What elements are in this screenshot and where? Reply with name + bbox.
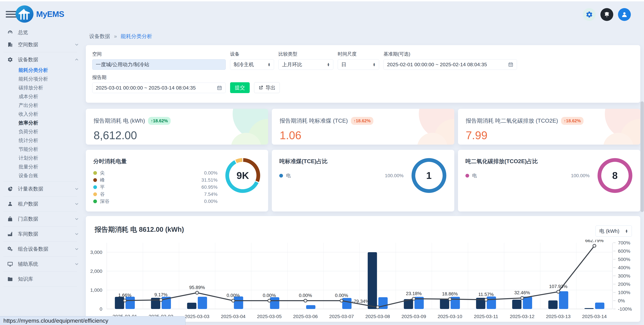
sidebar-subitem-output[interactable]: 产出分析	[0, 101, 86, 110]
filter-panel: 空间 一度城/公用动力/制冷站 设备 制冷主机 ▲▼ 比较类型 上月环比 ▲▼ …	[86, 45, 640, 103]
legend-percent: 31.51%	[202, 177, 218, 183]
sidebar-subitem-statistics[interactable]: 统计分析	[0, 136, 86, 145]
sidebar-item-equipment-data[interactable]: 设备数据	[0, 54, 86, 66]
sidebar-item-shopfloor-data[interactable]: 车间数据	[0, 228, 86, 240]
sidebar-item-label: 空间数据	[18, 41, 38, 48]
sidebar-item-auxiliary-system[interactable]: 辅助系统	[0, 258, 86, 270]
svg-text:500%: 500%	[618, 256, 630, 262]
tce-share-card: 吨标准煤(TCE)占比 电100.00% 1	[272, 150, 454, 212]
legend-item: 电100.00%	[466, 172, 590, 179]
stat-cards-row: 报告期消耗 电 (kWh) ↑18.62% 8,612.00 报告期消耗 吨标准…	[86, 109, 640, 144]
svg-text:0.00%: 0.00%	[226, 293, 240, 298]
svg-text:1: 1	[426, 170, 432, 181]
legend-item: 深谷0.00%	[93, 198, 218, 205]
breadcrumb-current[interactable]: 能耗分类分析	[121, 33, 152, 39]
tce-donut-chart: 1	[410, 156, 448, 194]
sidebar-subitem-energy-item[interactable]: 能耗分项分析	[0, 74, 86, 83]
sidebar-item-combined-equipment-data[interactable]: 组合设备数据	[0, 243, 86, 255]
bar-line-chart: 01,0002,0003,000-100%0%100%200%300%400%5…	[88, 240, 638, 321]
legend-dot	[93, 185, 97, 189]
sidebar-subitem-plan[interactable]: 计划分析	[0, 154, 86, 162]
space-input[interactable]: 一度城/公用动力/制冷站	[92, 59, 226, 70]
base-period-value: 2025-02-01 00:00:00 ~ 2025-02-14 08:04:3…	[387, 62, 487, 68]
trend-up-badge: ↑18.62%	[561, 117, 584, 125]
svg-text:2025-03-13: 2025-03-13	[546, 314, 571, 319]
breadcrumb-separator: »	[114, 33, 117, 39]
sidebar-subitem-ledger[interactable]: 设备台账	[0, 171, 86, 180]
sidebar-item-overview[interactable]: 总览	[0, 26, 86, 38]
sidebar-item-store-data[interactable]: 门店数据	[0, 213, 86, 225]
vertical-scrollbar[interactable]	[640, 101, 644, 212]
svg-text:0.00%: 0.00%	[263, 293, 276, 298]
stat-card-electricity: 报告期消耗 电 (kWh) ↑18.62% 8,612.00	[86, 109, 268, 144]
breadcrumb: 设备数据 » 能耗分类分析	[89, 33, 152, 40]
base-period-input[interactable]: 2025-02-01 00:00:00 ~ 2025-02-14 08:04:3…	[384, 59, 517, 70]
legend-dot	[93, 171, 97, 175]
sidebar-subitem-load[interactable]: 负荷分析	[0, 127, 86, 136]
sidebar-subitem-carbon[interactable]: 碳排放分析	[0, 83, 86, 92]
period-type-value: 日	[341, 61, 346, 68]
space-label: 空间	[92, 51, 226, 57]
stat-card-value: 7.99	[466, 129, 632, 142]
svg-text:2025-03-09: 2025-03-09	[402, 314, 426, 319]
svg-text:9.17%: 9.17%	[154, 292, 168, 297]
svg-text:2025-03-06: 2025-03-06	[293, 314, 318, 319]
sidebar-item-label: 车间数据	[18, 230, 38, 238]
legend-dot	[93, 192, 97, 196]
sidebar-item-label: 设备数据	[18, 56, 38, 63]
tou-consumption-card: 分时消耗电量 尖0.00% 峰31.51% 平60.95% 谷7.54% 深谷0…	[86, 150, 268, 212]
sidebar-item-tenant-data[interactable]: 租户数据	[0, 198, 86, 210]
sidebar-item-label: 组合设备数据	[18, 246, 48, 252]
sidebar-subitem-energy-category[interactable]: 能耗分类分析	[0, 66, 86, 74]
chevron-down-icon	[74, 246, 79, 251]
svg-text:300%: 300%	[618, 273, 630, 278]
comparison-select[interactable]: 上月环比 ▲▼	[278, 59, 333, 70]
sidebar-item-label: 辅助系统	[18, 261, 38, 268]
legend-percent: 7.54%	[204, 192, 218, 197]
equipment-select[interactable]: 制冷主机 ▲▼	[230, 59, 274, 70]
submit-button[interactable]: 提交	[230, 82, 250, 93]
divider	[4, 226, 77, 226]
export-button[interactable]: 导出	[254, 82, 280, 93]
stat-card-title: 报告期消耗 电 (kWh)	[94, 117, 145, 125]
legend-percent: 100.00%	[385, 173, 404, 178]
space-value: 一度城/公用动力/制冷站	[96, 61, 149, 68]
sidebar-item-label: 总览	[18, 29, 28, 36]
settings-gear-icon[interactable]	[583, 8, 596, 21]
sidebar-item-label: 门店数据	[18, 216, 38, 222]
select-arrows-icon: ▲▼	[268, 63, 270, 66]
brand-logo[interactable]: MyEMS	[15, 5, 64, 23]
building-icon	[7, 42, 13, 48]
chevron-down-icon	[74, 216, 79, 221]
report-period-input[interactable]: 2025-03-01 00:00:00 ~ 2025-03-14 08:04:3…	[92, 82, 226, 93]
svg-text:0: 0	[100, 306, 102, 312]
sidebar-subitem-batch[interactable]: 批量分析	[0, 162, 86, 171]
bag-icon	[7, 216, 13, 222]
energy-type-select[interactable]: 电 (kWh) ▲▼	[596, 226, 632, 237]
monitor-icon	[7, 261, 13, 267]
sidebar-item-meter-data[interactable]: 计量表数据	[0, 183, 86, 195]
sidebar-item-knowledge-base[interactable]: 知识库	[0, 273, 86, 285]
sidebar-subitem-cost[interactable]: 成本分析	[0, 92, 86, 101]
svg-text:200%: 200%	[618, 282, 630, 287]
sidebar-subitem-efficiency[interactable]: 效率分析	[0, 118, 86, 127]
stat-card-title: 报告期消耗 吨二氧化碳排放 (TCO2E)	[466, 117, 558, 125]
notifications-bell-icon[interactable]	[600, 8, 613, 21]
svg-text:-100%: -100%	[618, 306, 632, 312]
tou-legend: 尖0.00% 峰31.51% 平60.95% 谷7.54% 深谷0.00%	[93, 170, 218, 205]
period-type-select[interactable]: 日 ▲▼	[338, 59, 379, 70]
legend-item: 峰31.51%	[93, 176, 218, 184]
legend-dot	[93, 200, 97, 203]
comparison-label: 比较类型	[278, 51, 333, 57]
svg-text:2025-03-08: 2025-03-08	[366, 314, 390, 319]
sidebar-subitem-saving[interactable]: 节能分析	[0, 145, 86, 154]
gears-icon	[7, 246, 13, 252]
svg-text:0.00%: 0.00%	[299, 293, 312, 298]
user-avatar-icon[interactable]	[618, 8, 631, 21]
stat-card-value: 8,612.00	[94, 129, 260, 142]
svg-text:400%: 400%	[618, 265, 630, 270]
sidebar-item-space-data[interactable]: 空间数据	[0, 38, 86, 51]
legend-label: 电	[286, 172, 291, 179]
consumption-chart-card: 报告期消耗 电 8612.00 (kWh) 电 (kWh) ▲▼ 01,0002…	[86, 216, 640, 322]
sidebar-subitem-income[interactable]: 收入分析	[0, 110, 86, 118]
